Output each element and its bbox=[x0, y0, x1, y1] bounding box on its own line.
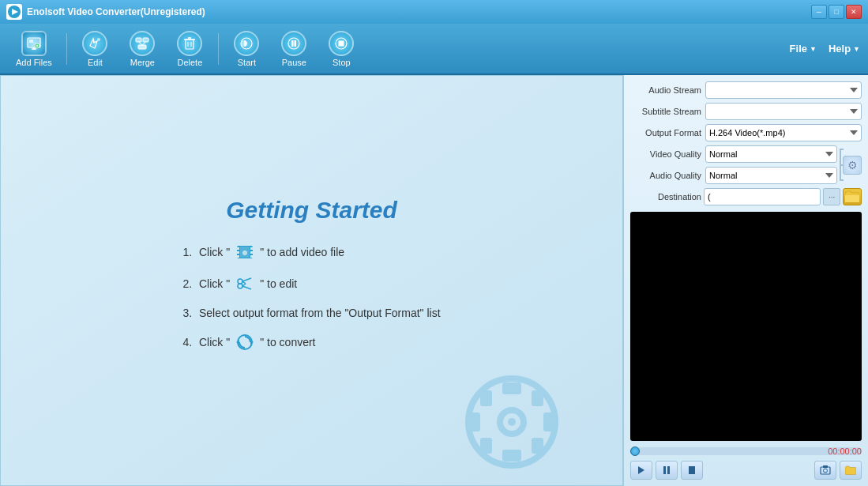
titlebar-left: Enolsoft Video Converter(Unregistered) bbox=[6, 4, 205, 20]
add-files-icon bbox=[21, 31, 47, 56]
subtitle-stream-select[interactable] bbox=[705, 103, 862, 120]
output-format-row: Output Format H.264 Video(*.mp4) bbox=[630, 124, 862, 141]
quality-section: Video Quality Normal High Low Audio Qual… bbox=[630, 145, 862, 184]
svg-point-62 bbox=[824, 469, 828, 473]
merge-button[interactable]: Merge bbox=[121, 27, 164, 71]
add-files-label: Add Files bbox=[16, 58, 52, 67]
video-preview bbox=[630, 212, 862, 441]
video-quality-select[interactable]: Normal High Low bbox=[705, 145, 837, 163]
add-files-button[interactable]: Add Files bbox=[8, 27, 60, 71]
svg-point-35 bbox=[242, 251, 247, 255]
svg-line-15 bbox=[142, 42, 146, 45]
destination-input[interactable] bbox=[704, 188, 821, 205]
snapshot-button[interactable] bbox=[814, 461, 836, 480]
svg-line-9 bbox=[93, 39, 94, 43]
close-button[interactable]: ✕ bbox=[846, 5, 862, 19]
scissors-icon bbox=[236, 275, 254, 292]
svg-line-14 bbox=[139, 42, 143, 45]
video-quality-label: Video Quality bbox=[630, 149, 701, 159]
toolbar-buttons: Add Files Edit bbox=[8, 27, 363, 71]
delete-button[interactable]: Delete bbox=[168, 27, 212, 71]
svg-rect-49 bbox=[532, 390, 543, 406]
play-button[interactable] bbox=[630, 461, 652, 480]
svg-point-22 bbox=[288, 38, 299, 49]
file-menu[interactable]: File ▼ bbox=[790, 43, 817, 55]
main-content: Getting Started 1. Click " bbox=[0, 75, 868, 486]
audio-quality-row: Audio Quality Normal High Low bbox=[630, 167, 837, 184]
delete-label: Delete bbox=[177, 58, 202, 67]
svg-marker-57 bbox=[638, 466, 644, 474]
output-format-select[interactable]: H.264 Video(*.mp4) bbox=[705, 124, 862, 141]
svg-point-47 bbox=[508, 418, 516, 426]
control-buttons bbox=[630, 461, 862, 480]
toolbar-menu: File ▼ Help ▼ bbox=[790, 43, 860, 55]
maximize-button[interactable]: □ bbox=[829, 5, 844, 19]
svg-rect-28 bbox=[237, 247, 239, 250]
destination-row: Destination ··· bbox=[630, 188, 862, 205]
svg-line-39 bbox=[242, 286, 251, 289]
svg-rect-56 bbox=[845, 194, 859, 195]
time-display: 00:00:00 bbox=[828, 446, 862, 456]
pause-label: Pause bbox=[282, 58, 306, 67]
sep1 bbox=[66, 33, 67, 65]
step1-text: Click " bbox=[196, 246, 230, 258]
start-label: Start bbox=[238, 58, 256, 67]
quality-settings-button[interactable]: ⚙ bbox=[843, 156, 862, 175]
help-menu-label: Help bbox=[829, 43, 851, 55]
playback-left-controls bbox=[630, 461, 703, 480]
svg-rect-61 bbox=[821, 467, 830, 474]
step1-num: 1. bbox=[182, 246, 192, 258]
help-menu[interactable]: Help ▼ bbox=[829, 43, 860, 55]
playback-right-controls bbox=[814, 461, 862, 480]
destination-label: Destination bbox=[630, 192, 701, 202]
edit-button[interactable]: Edit bbox=[73, 27, 117, 71]
pause-button[interactable]: Pause bbox=[272, 27, 316, 71]
svg-rect-63 bbox=[823, 465, 828, 468]
svg-rect-59 bbox=[667, 466, 670, 474]
svg-line-41 bbox=[242, 284, 246, 286]
svg-point-10 bbox=[97, 38, 100, 41]
audio-quality-select[interactable]: Normal High Low bbox=[705, 167, 837, 184]
svg-rect-58 bbox=[663, 466, 666, 474]
progress-bar[interactable] bbox=[630, 447, 862, 455]
pause-playback-button[interactable] bbox=[656, 461, 678, 480]
step1-suffix: " to add video file bbox=[260, 246, 344, 258]
video-quality-row: Video Quality Normal High Low bbox=[630, 145, 837, 163]
left-panel: Getting Started 1. Click " bbox=[0, 75, 623, 486]
playback-controls: 00:00:00 bbox=[630, 445, 862, 480]
stop-label: Stop bbox=[333, 58, 351, 67]
start-button[interactable]: Start bbox=[225, 27, 269, 71]
step3-text: Select output format from the "Output Fo… bbox=[196, 307, 441, 319]
svg-point-37 bbox=[238, 284, 242, 288]
svg-rect-23 bbox=[291, 40, 294, 47]
step2-num: 2. bbox=[182, 277, 192, 290]
svg-rect-12 bbox=[143, 38, 148, 42]
svg-rect-26 bbox=[339, 40, 344, 46]
app-icon bbox=[6, 4, 22, 20]
progress-bar-container: 00:00:00 bbox=[630, 447, 862, 455]
stop-button[interactable]: Stop bbox=[320, 27, 363, 71]
window-controls: ─ □ ✕ bbox=[811, 5, 862, 19]
bracket-bottom bbox=[840, 179, 844, 181]
audio-stream-select[interactable] bbox=[705, 81, 862, 99]
svg-rect-50 bbox=[480, 438, 492, 454]
progress-handle[interactable] bbox=[630, 446, 640, 456]
stop-playback-button[interactable] bbox=[681, 461, 703, 480]
getting-started-title: Getting Started bbox=[182, 197, 440, 224]
destination-folder-button[interactable] bbox=[843, 188, 862, 205]
svg-rect-33 bbox=[250, 255, 253, 258]
quality-fields: Video Quality Normal High Low Audio Qual… bbox=[630, 145, 837, 184]
svg-rect-31 bbox=[250, 247, 253, 250]
edit-label: Edit bbox=[88, 58, 103, 67]
stop-icon bbox=[329, 31, 354, 56]
subtitle-stream-label: Subtitle Stream bbox=[630, 107, 701, 116]
svg-rect-60 bbox=[689, 466, 695, 474]
delete-icon bbox=[177, 31, 202, 56]
help-menu-arrow: ▼ bbox=[853, 45, 860, 53]
open-folder-button[interactable] bbox=[840, 461, 862, 480]
titlebar: Enolsoft Video Converter(Unregistered) ─… bbox=[0, 0, 868, 24]
toolbar: Add Files Edit bbox=[0, 24, 868, 75]
destination-browse-button[interactable]: ··· bbox=[823, 188, 840, 205]
app-title: Enolsoft Video Converter(Unregistered) bbox=[27, 6, 205, 17]
minimize-button[interactable]: ─ bbox=[811, 5, 827, 19]
